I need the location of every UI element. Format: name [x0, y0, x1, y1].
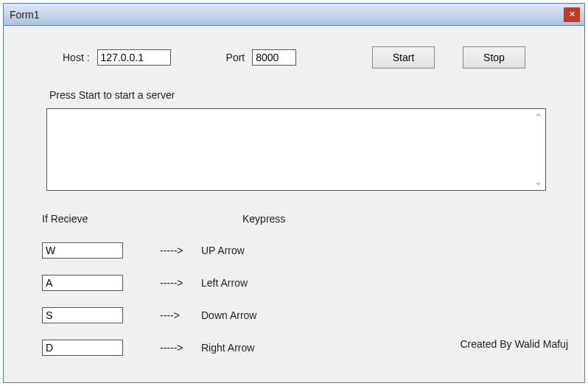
recv-input-0[interactable]	[42, 242, 123, 259]
header-arrow	[201, 213, 242, 225]
arrow-icon: ----->	[160, 342, 201, 354]
title-bar[interactable]: Form1 ✕	[4, 4, 584, 26]
window-title: Form1	[10, 9, 39, 21]
app-window: Form1 ✕ Host : Port Start Stop Press Sta…	[3, 3, 585, 383]
key-label-3: Right Arrow	[201, 342, 254, 354]
arrow-icon: ----->	[160, 277, 201, 289]
recv-input-1[interactable]	[42, 275, 123, 291]
port-input[interactable]	[252, 49, 296, 66]
mapping-row: -----> UP Arrow	[42, 242, 547, 259]
key-label-0: UP Arrow	[201, 245, 245, 256]
key-label-1: Left Arrow	[201, 277, 248, 289]
connection-row: Host : Port Start Stop	[63, 46, 525, 69]
arrow-icon: ----->	[160, 245, 201, 256]
key-label-2: Down Arrow	[201, 309, 256, 321]
credit-text: Created By Walid Mafuj	[460, 338, 568, 350]
status-text: Press Start to start a server	[49, 89, 547, 101]
start-button[interactable]: Start	[372, 46, 435, 69]
arrow-icon: ---->	[160, 309, 201, 321]
client-area: Host : Port Start Stop Press Start to st…	[4, 26, 584, 363]
mapping-row: ----> Down Arrow	[42, 307, 547, 323]
close-icon: ✕	[569, 10, 575, 19]
mapping-row: -----> Left Arrow	[42, 275, 547, 291]
log-textarea[interactable]: ⌃ ⌄	[46, 108, 546, 191]
recv-input-2[interactable]	[42, 307, 123, 323]
scroll-up-icon[interactable]: ⌃	[534, 112, 542, 123]
host-input[interactable]	[97, 49, 171, 66]
mapping-headers: If Recieve Keypress	[42, 213, 547, 225]
recv-input-3[interactable]	[42, 340, 123, 356]
header-key: Keypress	[242, 213, 285, 225]
close-button[interactable]: ✕	[564, 7, 580, 22]
stop-button[interactable]: Stop	[463, 46, 525, 69]
port-label: Port	[226, 52, 245, 63]
host-label: Host :	[63, 52, 90, 63]
header-recv: If Recieve	[42, 213, 201, 225]
scroll-down-icon[interactable]: ⌄	[534, 176, 542, 187]
